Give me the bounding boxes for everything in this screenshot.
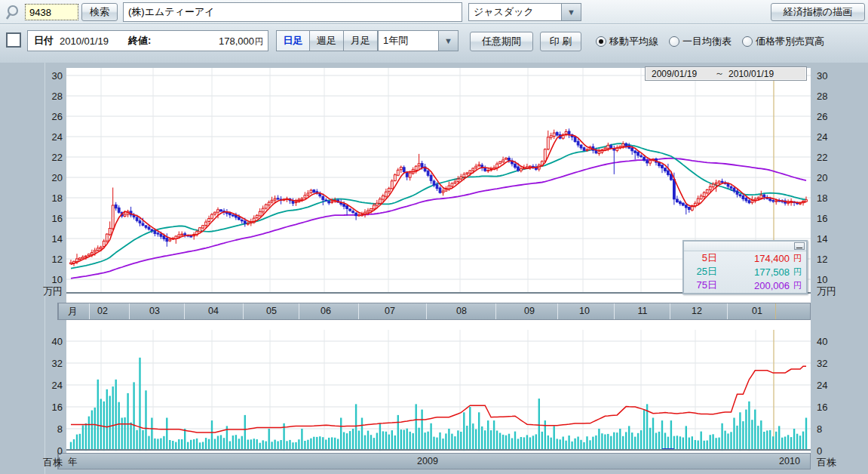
ma75-value: 200,006 [717,280,790,291]
price-tick-label: 16 [0,212,63,225]
price-tick-label: 12 [0,253,63,266]
month-separator-tick [358,303,359,319]
chevron-down-icon[interactable]: ▼ [561,4,581,20]
volume-axis-unit: 百株 [817,456,836,469]
price-tick-label: 18 [0,192,63,205]
radio-icon[interactable] [742,36,753,47]
month-label: 11 [638,306,648,316]
price-tick-label: 30 [0,69,63,82]
period-select[interactable]: 1年間 ▼ [378,30,459,51]
period-select-value: 1年間 [379,31,438,51]
price-tick-label: 28 [817,90,827,103]
radio-label: 移動平均線 [609,35,658,48]
economic-indicator-button[interactable]: 経済指標の描画 [771,3,865,21]
month-separator-tick [89,303,90,319]
date-range-indicator: 2009/01/19 ～ 2010/01/19 [645,66,807,81]
radio-icon[interactable] [596,36,606,47]
month-label: 06 [321,306,331,316]
year-label: 2009 [417,456,438,466]
price-tick-label: 24 [817,131,827,143]
toolbar: 検索 ジャスダック ▼ 経済指標の描画 日付 2010/01/19 終値: 17… [0,0,868,63]
timeframe-tabs: 日足 週足 月足 [276,30,378,51]
stock-code-box[interactable] [25,4,78,20]
price-axis-unit: 万円 [817,285,836,297]
ma5-unit: 円 [790,253,802,264]
month-label: 05 [266,306,277,316]
company-name-field[interactable] [123,2,462,22]
close-label: 終値: [128,34,151,48]
tab-monthly[interactable]: 月足 [344,30,378,51]
tab-weekly[interactable]: 週足 [310,30,344,51]
legend-title-bar[interactable] [684,242,806,251]
price-tick-label: 26 [0,110,63,123]
tab-daily[interactable]: 日足 [276,30,310,51]
ma75-unit: 円 [790,280,802,291]
stock-code-input[interactable] [29,7,74,18]
month-label: 10 [579,306,590,316]
chart-region: 月 020304050607080910111201 年 20092010 20… [0,63,868,474]
month-separator-tick [614,303,615,319]
volume-tick-label: 24 [0,379,63,392]
ma25-label: 25日 [689,265,717,279]
month-separator-tick [557,303,558,319]
volume-tick-label: 40 [817,335,827,348]
overlay-radio-group: 移動平均線 一目均衡表 価格帯別売買高 [596,32,824,51]
month-axis-caption: 月 [68,306,78,319]
radio-ichimoku[interactable]: 一目均衡表 [669,35,732,48]
volume-tick-label: 16 [817,401,827,414]
quote-info-panel: 日付 2010/01/19 終値: 178,000 円 [27,30,268,51]
price-tick-label: 26 [817,110,827,123]
company-name-input[interactable] [128,7,457,18]
range-separator: ～ [715,67,724,80]
year-axis-strip: 年 20092010 [57,453,811,469]
search-button[interactable]: 検索 [81,3,118,21]
ma75-label: 75日 [689,279,717,292]
volume-chart-canvas[interactable] [66,330,811,454]
close-value: 178,000 [219,35,254,47]
month-separator-tick [670,303,670,319]
legend-row-ma25: 25日 177,508 円 [684,265,806,279]
price-tick-label: 28 [0,90,63,103]
month-label: 01 [752,306,762,316]
price-axis-unit: 万円 [0,285,63,297]
ma5-value: 174,400 [717,253,790,264]
print-button[interactable]: 印 刷 [540,32,581,51]
price-tick-label: 24 [0,131,63,143]
volume-tick-label: 40 [0,335,63,348]
price-tick-label: 16 [817,212,827,225]
chevron-down-icon[interactable]: ▼ [438,31,458,51]
month-label: 09 [524,306,535,316]
toolbar-row-1: 検索 ジャスダック ▼ 経済指標の描画 [0,0,868,24]
year-axis-caption: 年 [68,456,78,469]
month-label: 08 [456,306,467,316]
volume-tick-label: 32 [817,357,827,370]
date-label: 日付 [34,34,54,48]
month-separator-tick [299,303,299,319]
legend-row-ma5: 5日 174,400 円 [684,251,806,265]
month-label: 02 [97,306,108,316]
volume-tick-label: 8 [817,423,822,436]
date-value: 2010/01/19 [60,35,109,47]
price-tick-label: 22 [0,151,63,164]
price-tick-label: 12 [817,253,827,266]
month-axis-strip: 月 020304050607080910111201 [57,303,811,320]
close-unit: 円 [255,36,263,48]
price-tick-label: 14 [0,232,63,245]
radio-label: 一目均衡表 [682,35,732,48]
ma25-value: 177,508 [717,266,790,278]
current-date-marker [775,303,776,319]
month-separator-tick [426,303,427,319]
price-tick-label: 22 [817,151,827,164]
custom-period-button[interactable]: 任意期間 [470,32,533,51]
minimize-icon[interactable] [794,242,805,250]
radio-icon[interactable] [669,36,679,47]
moving-average-legend[interactable]: 5日 174,400 円 25日 177,508 円 75日 200,006 円 [682,240,808,294]
radio-volume-by-price[interactable]: 価格帯別売買高 [742,35,824,48]
stock-chart-app: 検索 ジャスダック ▼ 経済指標の描画 日付 2010/01/19 終値: 17… [0,0,868,474]
radio-moving-average[interactable]: 移動平均線 [596,35,658,48]
toolbar-row-2: 日付 2010/01/19 終値: 178,000 円 日足 週足 月足 1年間… [0,25,868,62]
volume-tick-label: 24 [817,379,827,392]
compare-checkbox[interactable] [6,32,21,48]
market-select[interactable]: ジャスダック ▼ [468,3,581,21]
month-separator-tick [727,303,728,319]
